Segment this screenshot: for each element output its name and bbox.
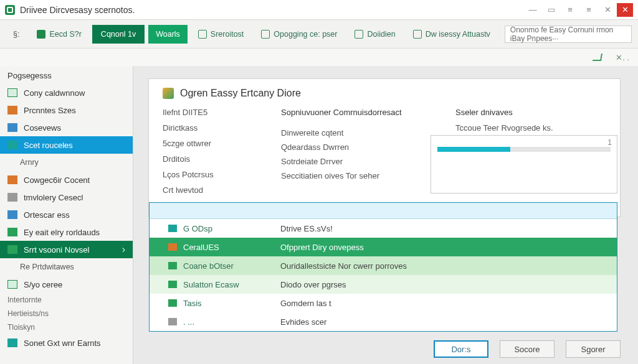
close-alt-button[interactable]: ✕ [598, 2, 617, 17]
result-left: G ODsp [183, 224, 212, 233]
gear-icon [355, 30, 363, 39]
sidebar-item-label: Cosevews [24, 123, 61, 133]
panel-icon [163, 88, 174, 99]
sidebar-item-2[interactable]: Cosevews [0, 119, 133, 136]
sidebar-item-8[interactable]: Ey eait elry rorldauds [0, 223, 133, 241]
result-left: Tasis [183, 299, 202, 308]
result-row[interactable]: TasisGomdern las t [150, 294, 617, 312]
progress-page: 1 [607, 138, 612, 147]
sidebar-item-5[interactable]: Cowgec6ir Cocent [0, 171, 133, 189]
subtool-b[interactable]: ✕. . [616, 53, 629, 62]
sidebar-item-15[interactable]: Sonet Gxt wnr Earnts [0, 334, 133, 352]
shield-icon [198, 30, 207, 39]
result-row[interactable]: Coane bOtserOuridallestsicte Nor cwerr p… [150, 256, 617, 275]
sidebar-icon [7, 106, 17, 114]
result-header [150, 203, 617, 219]
primary-button[interactable]: Dor:s [434, 340, 488, 358]
sidebar-item-14: Tloiskyn [0, 320, 133, 334]
sidebar-item-13: Hertieists/ns [0, 307, 133, 320]
opt3-button[interactable]: ≡ [579, 2, 598, 17]
sidebar-item-10[interactable]: Re Prtdwitawes [0, 258, 133, 276]
panel-title: Ogren Eassy Ertcany Diore [163, 88, 607, 99]
sidebar-item-7[interactable]: Ortescar ess [0, 206, 133, 223]
col-b-item: Dinwereite cqtent [281, 128, 431, 138]
sidebar-item-label: Intertornte [7, 296, 42, 304]
sidebar-icon [7, 175, 17, 184]
result-icon [168, 281, 177, 288]
col-a-item: Ilefnt DIITE5 [163, 108, 256, 117]
col-b-item: Sotrdeiate Drrver [281, 157, 431, 166]
result-right: Gomdern las t [274, 299, 617, 308]
opt2-button[interactable]: ≡ [561, 2, 579, 17]
sidebar-item-9[interactable]: Srrt vsooni Novsel [0, 241, 133, 258]
sidebar-icon [7, 210, 17, 219]
result-row[interactable]: . ...Evhides scer [150, 312, 617, 331]
sidebar-item-4[interactable]: Arnry [0, 154, 133, 171]
sidebar-item-label: S/yo ceree [24, 280, 62, 289]
sidebar-item-12: Intertornte [0, 293, 133, 307]
result-row[interactable]: G ODspDtrive ES.sVs! [150, 219, 617, 238]
minimize-button[interactable]: — [523, 2, 542, 17]
result-icon [168, 318, 177, 325]
result-right: Dtrive ES.sVs! [274, 224, 617, 233]
sidebar-item-6[interactable]: tmvlolery Cesecl [0, 189, 133, 206]
tertiary-button[interactable]: Sgorer [566, 340, 621, 358]
doc-icon [413, 30, 422, 39]
close-button[interactable]: ✕ [617, 3, 633, 17]
col-b-item: Seccitiatien oives Tor seher [281, 171, 431, 180]
result-right: Diodo over pgrses [274, 280, 617, 289]
result-right: Evhides scer [274, 317, 617, 327]
toolbar-sep[interactable]: §: [6, 25, 26, 44]
sidebar-item-11[interactable]: S/yo ceree [0, 276, 133, 293]
result-row[interactable]: CeralUESOfpprert Diry onvepess [150, 238, 617, 256]
page-icon [261, 30, 270, 39]
check-icon[interactable] [593, 54, 602, 61]
toolbar-item-3[interactable]: Dw isessy Attuastv [406, 25, 497, 44]
col-a-item: Dirictkass [163, 123, 256, 133]
sidebar: Pogsegesss Cony caldwnnowPrcnntes SzesCo… [0, 66, 133, 364]
main-panel: Ogren Eassy Ertcany Diore Ilefnt DIITE5D… [148, 78, 621, 217]
result-icon [168, 299, 177, 307]
sidebar-icon [7, 193, 17, 202]
colc-head: Sseler dnivaves [455, 108, 574, 117]
sidebar-item-label: Sonet Gxt wnr Earnts [24, 338, 101, 348]
sidebar-item-label: Cowgec6ir Cocent [24, 175, 90, 185]
titlebar: Driivee Dircvesasy scernotos. — ▭ ≡ ≡ ✕ … [0, 0, 638, 20]
sidebar-item-0[interactable]: Cony caldwnnow [0, 84, 133, 101]
sidebar-item-label: Ey eait elry rorldauds [24, 228, 100, 237]
sidebar-icon [7, 280, 17, 289]
opt1-button[interactable]: ▭ [542, 2, 561, 17]
panel-col-b: Sopniuvuoner Comrnuisdorresact Dinwereit… [281, 108, 431, 210]
sidebar-icon [7, 141, 17, 149]
sidebar-item-1[interactable]: Prcnntes Szes [0, 101, 133, 119]
result-row[interactable]: Sulatton EcaswDiodo over pgrses [150, 275, 617, 294]
colc-sub: Tccoue Teer Rvogrsede ks. [455, 123, 574, 133]
toolbar-item-2[interactable]: Doiidien [348, 25, 402, 44]
toolbar-item-0[interactable]: Sreroitost [191, 25, 251, 44]
result-left: CeralUES [183, 243, 219, 252]
address-bar[interactable]: Ononmo fe Easy Cornuni rmon iBay Pnpees·… [505, 26, 632, 43]
toolbar-item-1[interactable]: Opogging ce: pser [254, 25, 344, 44]
result-icon [168, 262, 177, 269]
sidebar-item-label: Tloiskyn [7, 323, 35, 332]
panel-col-a: Ilefnt DIITE5Dirictkass5czge ottwrerDrdi… [163, 108, 256, 210]
sidebar-icon [7, 88, 17, 97]
result-right: Ofpprert Diry onvepess [274, 243, 617, 252]
sidebar-item-3[interactable]: Scet rouceles [0, 136, 133, 154]
toolbar-edit[interactable]: Eecd S?r [30, 25, 88, 44]
secondary-button[interactable]: Socore [500, 340, 555, 358]
content-area: Ogren Eassy Ertcany Diore Ilefnt DIITE5D… [133, 66, 638, 364]
sidebar-item-label: Arnry [20, 158, 39, 167]
result-left: Coane bOtser [183, 261, 234, 271]
sidebar-item-label: Re Prtdwitawes [20, 263, 74, 271]
sidebar-item-label: Cony caldwnnow [24, 88, 85, 98]
sidebar-item-label: Prcnntes Szes [24, 106, 76, 115]
col-a-item: Drditois [163, 154, 256, 164]
toolbar-primary[interactable]: Cqnonl 1v [92, 25, 145, 44]
sidebar-item-label: Srrt vsooni Novsel [24, 245, 89, 254]
sidebar-item-label: Ortescar ess [24, 210, 70, 220]
window-title: Driivee Dircvesasy scernotos. [20, 5, 135, 15]
toolbar-alt[interactable]: Woarls [148, 25, 188, 44]
progress-bar [437, 147, 611, 152]
sub-toolbar: ✕. . [0, 49, 638, 66]
